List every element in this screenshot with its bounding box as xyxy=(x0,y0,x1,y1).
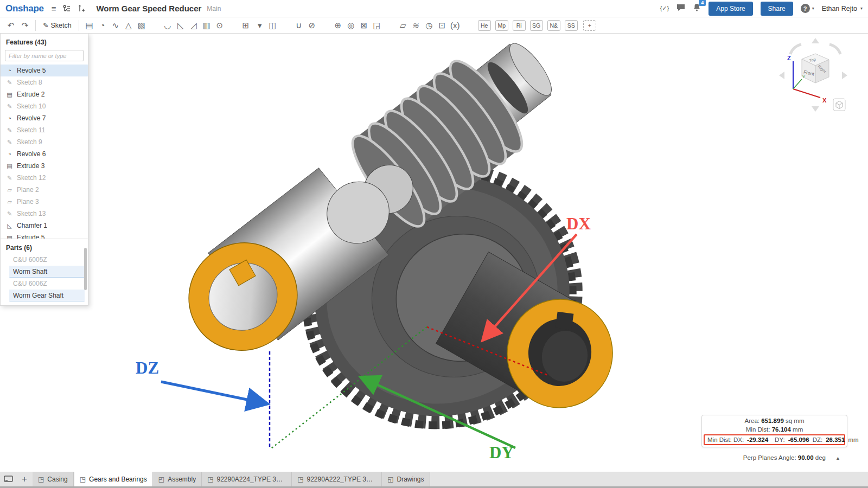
element-tab[interactable]: ◳ 92290A224_TYPE 316 S... xyxy=(202,472,292,486)
delete-part-icon[interactable]: ⊠ xyxy=(358,19,371,32)
custom-feature-button[interactable]: SG xyxy=(530,20,543,31)
workspace-name[interactable]: Main xyxy=(207,5,221,12)
import-icon[interactable]: ⊡ xyxy=(436,19,449,32)
move-face-icon[interactable]: ◲ xyxy=(371,19,384,32)
custom-feature-button[interactable]: N& xyxy=(547,20,560,31)
feature-item[interactable]: ✎ Sketch 13 xyxy=(1,208,88,220)
element-tab[interactable]: ◳ Gears and Bearings xyxy=(74,472,153,486)
feature-item[interactable]: ▤ Extrude 5 xyxy=(1,232,88,239)
hole-icon[interactable]: ⊙ xyxy=(213,19,226,32)
custom-feature-button[interactable]: Mp xyxy=(495,20,508,31)
undo-icon[interactable]: ↶ xyxy=(4,19,17,32)
featurescript-feedback-icon[interactable]: {✓} xyxy=(660,5,669,12)
feature-item[interactable]: ▱ Plane 2 xyxy=(1,184,88,196)
feature-item[interactable]: ◔ Revolve 5 xyxy=(1,65,88,76)
surface-icon[interactable]: ▱ xyxy=(397,19,410,32)
parts-panel-title: Parts (6) xyxy=(1,239,88,254)
comment-icon[interactable] xyxy=(676,4,685,14)
part-item[interactable]: Worm Shaft xyxy=(9,266,85,278)
custom-feature-button[interactable]: SS xyxy=(565,20,578,31)
mirror-icon[interactable]: ◫ xyxy=(266,19,279,32)
boolean-icon[interactable]: ∪ xyxy=(292,19,305,32)
mass-properties-icon[interactable]: ◷ xyxy=(423,19,436,32)
tab-manager-icon[interactable] xyxy=(0,472,16,486)
part-item-label: C&U 6006Z xyxy=(13,280,47,287)
variable-icon[interactable]: (x) xyxy=(449,19,462,32)
main-menu-icon[interactable]: ≡ xyxy=(52,4,56,13)
draft-icon[interactable]: ◿ xyxy=(187,19,200,32)
sweep-icon[interactable]: ∿ xyxy=(109,19,122,32)
dz-component-value: 26.351 xyxy=(826,436,845,443)
feature-item[interactable]: ✎ Sketch 11 xyxy=(1,124,88,136)
part-item[interactable]: C&U 6005Z xyxy=(9,254,85,266)
toolbar-separator[interactable] xyxy=(318,19,331,32)
rotate-cw-arrow[interactable] xyxy=(829,44,840,54)
share-button[interactable]: Share xyxy=(761,2,793,16)
toolbar-separator[interactable] xyxy=(226,19,239,32)
rotate-left-arrow[interactable] xyxy=(779,72,784,79)
helix-icon[interactable]: ≋ xyxy=(410,19,423,32)
loft-icon[interactable]: △ xyxy=(122,19,135,32)
element-tab[interactable]: ◳ Casing xyxy=(33,472,74,486)
linear-pattern-icon[interactable]: ⊞ xyxy=(239,19,252,32)
sketch-button[interactable]: ✎ Sketch xyxy=(40,20,75,31)
min-dist-row: Min Dist: 76.104 mm xyxy=(703,426,846,434)
add-custom-feature-button[interactable]: + xyxy=(583,20,596,31)
transform-icon[interactable]: ⊕ xyxy=(331,19,344,32)
fillet-icon[interactable]: ◡ xyxy=(161,19,174,32)
chamfer-icon[interactable]: ◺ xyxy=(174,19,187,32)
isometric-view-button[interactable] xyxy=(833,99,845,111)
view-cube[interactable]: Top Front Right Z X Y xyxy=(779,38,847,112)
feature-item[interactable]: ◔ Revolve 6 xyxy=(1,148,88,160)
redo-icon[interactable]: ↷ xyxy=(18,19,31,32)
toolbar-separator[interactable] xyxy=(148,19,161,32)
feature-item[interactable]: ✎ Sketch 10 xyxy=(1,100,88,112)
toolbar-separator[interactable] xyxy=(462,19,475,32)
thicken-icon[interactable]: ▧ xyxy=(135,19,148,32)
rotate-ccw-arrow[interactable] xyxy=(790,44,801,54)
split-icon[interactable]: ⊘ xyxy=(305,19,318,32)
element-tab[interactable]: ◱ Drawings xyxy=(382,472,430,486)
revolve-icon[interactable]: ◔ xyxy=(96,19,109,32)
onshape-logo[interactable]: Onshape xyxy=(5,3,44,14)
custom-feature-button[interactable]: Ri xyxy=(513,20,526,31)
feature-item[interactable]: ✎ Sketch 9 xyxy=(1,136,88,148)
rotate-down-arrow[interactable] xyxy=(812,106,819,112)
element-tab[interactable]: ◰ Assembly xyxy=(153,472,202,486)
modify-fillet-icon[interactable]: ◎ xyxy=(344,19,358,32)
pattern-dropdown-caret[interactable]: ▾ xyxy=(253,19,266,32)
feature-item[interactable]: ▤ Extrude 3 xyxy=(1,160,88,172)
graphics-viewport[interactable]: DX DZ DY Top Front Right Z X Y xyxy=(0,34,868,472)
collapse-measurements-icon[interactable]: ▲ xyxy=(835,455,840,461)
part-item[interactable]: C&U 6006Z xyxy=(9,278,85,290)
toolbar-separator[interactable] xyxy=(384,19,397,32)
element-tab-label: Casing xyxy=(47,476,67,483)
panel-scrollbar[interactable] xyxy=(84,248,87,290)
versions-history-icon[interactable] xyxy=(62,4,71,13)
feature-item[interactable]: ◺ Chamfer 1 xyxy=(1,220,88,232)
dy-label: DY xyxy=(489,443,514,462)
rotate-up-arrow[interactable] xyxy=(812,38,819,43)
feature-item[interactable]: ▱ Plane 3 xyxy=(1,196,88,208)
add-tab-icon[interactable]: + xyxy=(16,472,33,486)
feature-item[interactable]: ▤ Extrude 2 xyxy=(1,88,88,100)
feature-item[interactable]: ✎ Sketch 8 xyxy=(1,76,88,88)
part-item[interactable]: Worm Gear Shaft xyxy=(9,290,85,301)
feature-filter-input[interactable] xyxy=(5,50,84,61)
element-tab[interactable]: ◳ 92290A222_TYPE 316 S... xyxy=(292,472,382,486)
toolbar-separator[interactable] xyxy=(279,19,292,32)
feature-item[interactable]: ◔ Revolve 7 xyxy=(1,112,88,124)
user-menu[interactable]: Ethan Rejto ▾ xyxy=(822,5,863,12)
extrude-icon[interactable]: ▤ xyxy=(83,19,96,32)
shell-icon[interactable]: ▥ xyxy=(200,19,213,32)
feature-item[interactable]: ✎ Sketch 12 xyxy=(1,172,88,184)
insert-element-icon[interactable] xyxy=(78,4,85,13)
app-store-button[interactable]: App Store xyxy=(709,2,752,16)
notifications-bell-icon[interactable]: 4 xyxy=(693,3,701,14)
feature-type-icon: ✎ xyxy=(6,139,13,146)
rotate-right-arrow[interactable] xyxy=(842,72,847,79)
custom-feature-button[interactable]: He xyxy=(478,20,491,31)
element-type-icon: ◱ xyxy=(387,476,393,483)
help-menu[interactable]: ? ▾ xyxy=(801,4,814,13)
chevron-down-icon: ▾ xyxy=(860,6,863,11)
